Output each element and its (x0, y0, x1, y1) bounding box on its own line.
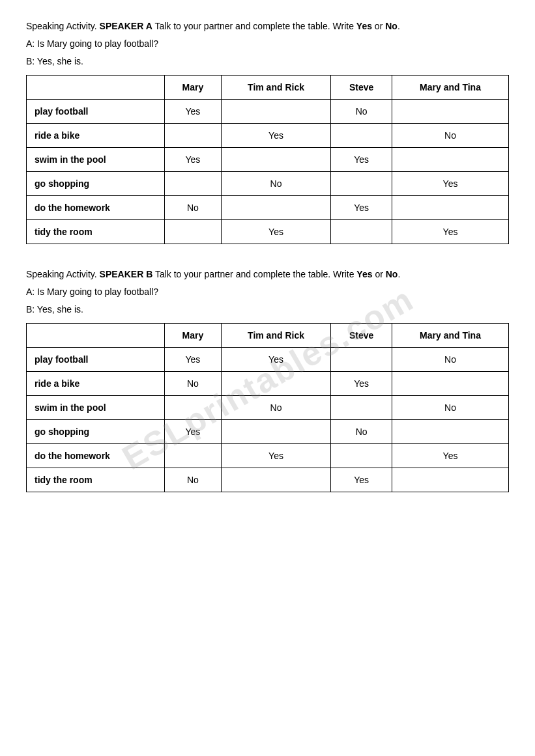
mary-cell: No (165, 468, 222, 492)
table-row: swim in the pool No No (27, 396, 509, 420)
header-empty (27, 76, 165, 100)
header-mary-a: Mary (165, 76, 222, 100)
speaker-b-no: No (386, 269, 398, 279)
activity-cell: ride a bike (27, 372, 165, 396)
tim-rick-cell (221, 148, 330, 172)
speaker-a-table: Mary Tim and Rick Steve Mary and Tina pl… (26, 75, 509, 244)
steve-cell: No (331, 100, 392, 124)
steve-cell (331, 396, 392, 420)
steve-cell (331, 444, 392, 468)
mary-tina-cell (392, 468, 509, 492)
speaker-a-line2: A: Is Mary going to play football? (26, 37, 509, 51)
speaker-b-or: or (373, 269, 386, 279)
speaker-b-line3: B: Yes, she is. (26, 303, 509, 316)
activity-cell: play football (27, 100, 165, 124)
speaker-a-section: Speaking Activity. SPEAKER A Talk to you… (26, 20, 509, 244)
tim-rick-cell: Yes (221, 444, 330, 468)
header-b-mary: Mary (165, 324, 222, 348)
tim-rick-cell (221, 420, 330, 444)
tim-rick-cell: Yes (221, 348, 330, 372)
mary-tina-cell (392, 148, 509, 172)
speaker-a-or: or (372, 21, 385, 31)
mary-tina-cell: No (392, 396, 509, 420)
tim-rick-cell (221, 196, 330, 220)
tim-rick-cell: No (221, 396, 330, 420)
tim-rick-cell (221, 100, 330, 124)
speaker-b-table: Mary Tim and Rick Steve Mary and Tina pl… (26, 323, 509, 492)
mary-cell: No (165, 196, 222, 220)
speaker-a-intro: Speaking Activity. SPEAKER A Talk to you… (26, 20, 509, 33)
speaker-a-period: . (398, 21, 400, 31)
header-b-mary-tina: Mary and Tina (392, 324, 509, 348)
tim-rick-cell: Yes (221, 124, 330, 148)
steve-cell (331, 220, 392, 244)
table-row: go shopping Yes No (27, 420, 509, 444)
table-row: tidy the room No Yes (27, 468, 509, 492)
tim-rick-cell: No (221, 172, 330, 196)
tim-rick-cell (221, 468, 330, 492)
speaker-b-line2: A: Is Mary going to play football? (26, 285, 509, 299)
steve-cell (331, 172, 392, 196)
table-row: swim in the pool Yes Yes (27, 148, 509, 172)
header-tim-rick-a: Tim and Rick (221, 76, 330, 100)
mary-tina-cell: No (392, 348, 509, 372)
activity-cell: play football (27, 348, 165, 372)
activity-cell: tidy the room (27, 220, 165, 244)
table-row: do the homework Yes Yes (27, 444, 509, 468)
speaker-a-label: SPEAKER A (100, 21, 152, 31)
speaker-a-instruction2: Talk to your partner and complete the ta… (152, 21, 356, 31)
steve-cell (331, 124, 392, 148)
mary-cell (165, 444, 222, 468)
tim-rick-cell: Yes (221, 220, 330, 244)
tim-rick-cell (221, 372, 330, 396)
mary-tina-cell: Yes (392, 172, 509, 196)
mary-cell: Yes (165, 348, 222, 372)
table-row: tidy the room Yes Yes (27, 220, 509, 244)
speaker-a-yes: Yes (356, 21, 372, 31)
speaker-b-instruction-text: Speaking Activity. (26, 269, 100, 279)
activity-cell: swim in the pool (27, 396, 165, 420)
speaker-a-instruction-text: Speaking Activity. (26, 21, 100, 31)
mary-tina-cell (392, 372, 509, 396)
mary-cell: Yes (165, 148, 222, 172)
mary-tina-cell: No (392, 124, 509, 148)
activity-cell: go shopping (27, 420, 165, 444)
table-row: ride a bike Yes No (27, 124, 509, 148)
activity-cell: swim in the pool (27, 148, 165, 172)
mary-cell: Yes (165, 100, 222, 124)
header-steve-a: Steve (331, 76, 392, 100)
header-b-empty (27, 324, 165, 348)
header-b-tim-rick: Tim and Rick (221, 324, 330, 348)
header-b-steve: Steve (331, 324, 392, 348)
mary-cell (165, 396, 222, 420)
table-b-header-row: Mary Tim and Rick Steve Mary and Tina (27, 324, 509, 348)
steve-cell: Yes (331, 468, 392, 492)
table-header-row: Mary Tim and Rick Steve Mary and Tina (27, 76, 509, 100)
speaker-b-yes: Yes (356, 269, 372, 279)
activity-cell: do the homework (27, 196, 165, 220)
mary-tina-cell (392, 196, 509, 220)
steve-cell: Yes (331, 372, 392, 396)
table-row: go shopping No Yes (27, 172, 509, 196)
steve-cell: No (331, 420, 392, 444)
speaker-b-instruction2: Talk to your partner and complete the ta… (152, 269, 356, 279)
table-row: do the homework No Yes (27, 196, 509, 220)
mary-cell: No (165, 372, 222, 396)
activity-cell: ride a bike (27, 124, 165, 148)
speaker-b-intro: Speaking Activity. SPEAKER B Talk to you… (26, 268, 509, 281)
mary-cell (165, 220, 222, 244)
activity-cell: do the homework (27, 444, 165, 468)
speaker-b-section: Speaking Activity. SPEAKER B Talk to you… (26, 268, 509, 492)
steve-cell: Yes (331, 196, 392, 220)
mary-cell (165, 124, 222, 148)
table-row: play football Yes No (27, 100, 509, 124)
mary-tina-cell (392, 420, 509, 444)
speaker-a-line3: B: Yes, she is. (26, 55, 509, 68)
speaker-a-no: No (385, 21, 398, 31)
mary-cell (165, 172, 222, 196)
speaker-b-period: . (398, 269, 400, 279)
mary-tina-cell: Yes (392, 444, 509, 468)
table-row: ride a bike No Yes (27, 372, 509, 396)
speaker-b-label: SPEAKER B (100, 269, 153, 279)
activity-cell: tidy the room (27, 468, 165, 492)
